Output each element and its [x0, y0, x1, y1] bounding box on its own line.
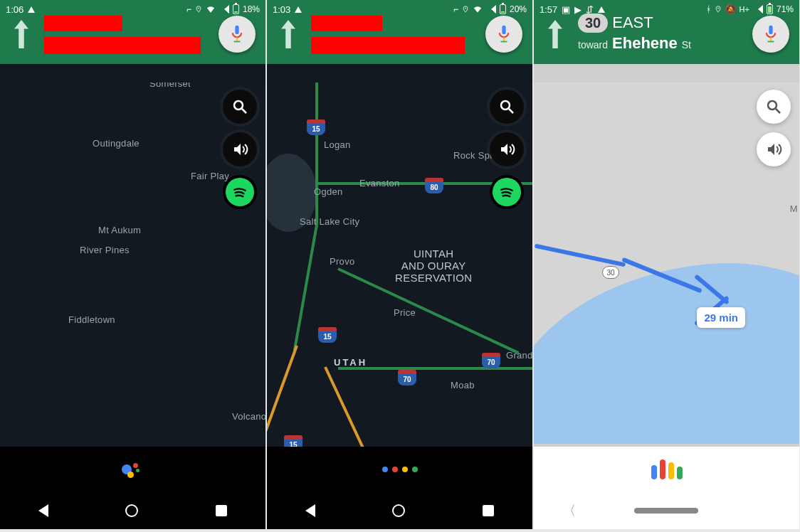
- wifi-icon: [206, 4, 216, 14]
- map-canvas[interactable]: Somerset Outingdale Fair Play Mt Aukum R…: [0, 83, 265, 447]
- assistant-bar[interactable]: [0, 447, 265, 492]
- android-navbar: [267, 492, 532, 529]
- youtube-icon: ▶: [574, 4, 581, 15]
- wifi-icon: [473, 4, 483, 14]
- image-icon: ▣: [562, 4, 570, 15]
- signal-icon: [486, 5, 496, 14]
- vpn-key-icon: ⌐: [453, 4, 458, 14]
- reservation-label: UINTAH AND OURAY RESERVATION: [395, 248, 472, 284]
- spotify-button[interactable]: [223, 175, 257, 209]
- eta-chip[interactable]: 29 min: [697, 307, 745, 328]
- route-line: [535, 244, 626, 267]
- map-label: Moab: [451, 380, 475, 390]
- sound-button[interactable]: [223, 132, 257, 166]
- map-label-mtaukum: Mt Aukum: [98, 225, 141, 235]
- phone-3: 1:57 ▣ ▶ ⇵ ᚼ 🔕 H+ 71%: [534, 0, 799, 529]
- reservation-label-1: UINTAH: [395, 248, 472, 260]
- interstate-shield: 80: [425, 178, 443, 193]
- interstate-shield: 15: [318, 327, 337, 343]
- nav-header: 1:06 ⌐ 18%: [0, 0, 265, 64]
- state-label: UTAH: [334, 357, 367, 368]
- nav-active-icon: [598, 6, 605, 13]
- battery-pct: 71%: [777, 4, 794, 14]
- sound-button[interactable]: [490, 132, 524, 166]
- interstate-shield: 70: [482, 353, 500, 368]
- assistant-bars-icon: [651, 459, 683, 479]
- map-label-outingdale: Outingdale: [93, 138, 140, 149]
- assistant-bar[interactable]: [267, 447, 532, 492]
- redacted-street: [44, 37, 201, 54]
- dnd-icon: 🔕: [725, 4, 736, 14]
- svg-line-5: [242, 109, 246, 113]
- location-icon: [195, 4, 202, 14]
- svg-rect-3: [234, 41, 241, 43]
- spotify-button[interactable]: [490, 175, 524, 209]
- toward-label: toward: [578, 39, 608, 50]
- svg-point-4: [234, 101, 243, 110]
- nav-recents-button[interactable]: [216, 505, 227, 516]
- battery-icon: [500, 4, 506, 14]
- svg-point-10: [501, 101, 510, 110]
- destination-suffix: St: [682, 39, 691, 50]
- interstate-shield: 70: [398, 370, 416, 385]
- nav-back-button[interactable]: [305, 504, 315, 517]
- reservation-label-3: RESERVATION: [395, 272, 472, 284]
- battery-pct: 20%: [510, 4, 527, 14]
- nav-recents-button[interactable]: [483, 505, 494, 516]
- map-label: Ogden: [314, 186, 343, 197]
- status-time: 1:57: [540, 4, 557, 15]
- svg-rect-8: [503, 37, 505, 41]
- nav-back-button[interactable]: 〈: [563, 502, 576, 519]
- svg-rect-15: [768, 41, 774, 43]
- map-label: Grand Junction: [506, 350, 532, 361]
- nav-back-button[interactable]: [38, 504, 48, 517]
- assistant-bar[interactable]: [534, 447, 799, 492]
- svg-point-6: [465, 8, 466, 9]
- assistant-icon: [122, 462, 144, 477]
- reservation-label-2: AND OURAY: [395, 260, 472, 272]
- map-label-riverpines: River Pines: [80, 245, 130, 255]
- map-label: Price: [394, 307, 416, 318]
- nav-active-icon: [28, 6, 35, 13]
- search-button[interactable]: [223, 90, 257, 124]
- voice-search-button[interactable]: [219, 16, 256, 53]
- nav-home-button[interactable]: [125, 504, 138, 517]
- phone-2: 1:03 ⌐ 20%: [267, 0, 532, 529]
- svg-rect-2: [236, 37, 238, 41]
- svg-rect-13: [769, 26, 772, 34]
- battery-pct: 18%: [243, 4, 260, 14]
- destination-name: Ehehene: [612, 34, 678, 53]
- voice-search-button[interactable]: [752, 16, 789, 53]
- interstate-shield: 15: [284, 435, 302, 447]
- nav-home-button[interactable]: [392, 504, 405, 517]
- signal-icon: [753, 5, 763, 14]
- vpn-key-icon: ⌐: [186, 4, 191, 14]
- app-icon: ⇵: [586, 4, 594, 15]
- battery-icon: [233, 4, 239, 14]
- svg-line-11: [509, 109, 513, 113]
- map-canvas[interactable]: Logan Rock Springs Evanston Ogden Salt L…: [267, 83, 532, 447]
- search-button[interactable]: [490, 90, 524, 124]
- nav-active-icon: [295, 6, 302, 13]
- svg-rect-7: [502, 26, 505, 34]
- search-button[interactable]: [757, 90, 791, 124]
- map-label-fairplay: Fair Play: [191, 171, 229, 181]
- assistant-dots-icon: [382, 467, 418, 472]
- status-bar: 1:57 ▣ ▶ ⇵ ᚼ 🔕 H+ 71%: [534, 0, 799, 18]
- redacted-street: [311, 37, 465, 54]
- map-label: Evanston: [359, 178, 400, 188]
- sound-button[interactable]: [757, 132, 791, 166]
- svg-line-17: [776, 109, 780, 113]
- svg-point-12: [717, 8, 719, 9]
- voice-search-button[interactable]: [485, 16, 522, 53]
- interstate-shield: 15: [307, 119, 325, 135]
- map-label-volcano: Volcano: [232, 411, 265, 422]
- svg-point-16: [768, 101, 777, 110]
- nav-home-pill[interactable]: [634, 508, 698, 514]
- map-label-m: M: [790, 203, 798, 214]
- route-mini-shield: 30: [602, 266, 619, 279]
- bluetooth-icon: ᚼ: [706, 4, 711, 14]
- svg-rect-14: [770, 37, 772, 41]
- svg-rect-1: [235, 26, 238, 34]
- map-canvas[interactable]: 30 29 min M: [534, 83, 799, 444]
